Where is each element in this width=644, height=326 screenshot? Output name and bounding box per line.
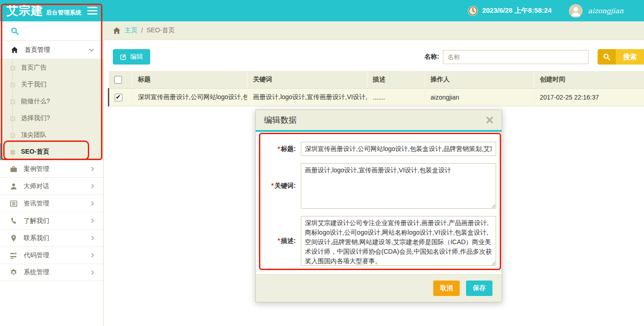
save-button[interactable]: 保存 xyxy=(466,281,492,296)
select-all-checkbox[interactable] xyxy=(114,76,122,84)
description-field-textarea[interactable]: 深圳艾宗建设计公司专注企业宣传册设计,画册设计,产品画册设计,商标logo设计,… xyxy=(301,216,496,266)
table-row[interactable]: 深圳宣传画册设计,公司网站logo设计,包装... 画册设计,logo设计,宣传… xyxy=(109,89,644,106)
column-header-operator: 操作人 xyxy=(425,71,534,89)
phone-icon xyxy=(10,217,17,225)
sidebar-submenu: 首页广告 关于我们 能做什么? 选择我们? 顶尖团队 SEO-首页 xyxy=(0,59,103,160)
form-row-description: *描述: 深圳艾宗建设计公司专注企业宣传册设计,画册设计,产品画册设计,商标lo… xyxy=(260,216,496,266)
required-mark: * xyxy=(278,237,280,244)
sidebar-item-why-us[interactable]: 选择我们? xyxy=(0,110,103,126)
briefcase-icon xyxy=(10,166,17,173)
column-header-created: 创建时间 xyxy=(534,71,644,89)
cell-keywords: 画册设计,logo设计,宣传画册设计,VI设计,包... xyxy=(248,89,367,106)
sidebar-item-label: 大师对话 xyxy=(24,182,49,191)
tasks-icon xyxy=(10,252,17,259)
table-header-row: 标题 关键词 描述 操作人 创建时间 xyxy=(109,71,644,89)
chevron-right-icon xyxy=(90,270,95,275)
sidebar-item-what-we-do[interactable]: 能做什么? xyxy=(0,93,103,110)
sidebar-item-news-manage[interactable]: 资讯管理 xyxy=(0,195,103,212)
cell-created: 2017-02-25 22:16:37 xyxy=(534,89,644,106)
sidebar-item-about-us[interactable]: 关于我们 xyxy=(0,76,103,93)
submenu-label: 首页广告 xyxy=(21,64,46,72)
edit-pencil-icon xyxy=(120,54,127,60)
home-icon xyxy=(11,46,18,54)
sidebar-item-label: 案例管理 xyxy=(24,165,49,173)
sidebar: 首页管理 首页广告 关于我们 能做什么? 选择我们? 顶尖团队 SEO-首页 案… xyxy=(0,21,104,326)
name-search-input[interactable] xyxy=(443,50,588,64)
username[interactable]: aizongjian xyxy=(588,7,624,15)
sidebar-item-label: 联系我们 xyxy=(24,234,49,242)
breadcrumb-home-link[interactable]: 主页 xyxy=(125,26,137,35)
topbar: 艾宗建 后台管理系统 2023/6/28 上午8:58:24 aizongjia… xyxy=(0,0,644,21)
submenu-label: 能做什么? xyxy=(21,97,50,105)
clock-icon xyxy=(467,5,478,16)
submenu-label: 关于我们 xyxy=(21,80,46,89)
edit-button[interactable]: 编辑 xyxy=(113,49,150,65)
name-label: 名称: xyxy=(424,53,439,61)
sidebar-item-label: 了解我们 xyxy=(24,217,49,225)
chevron-down-icon xyxy=(89,47,94,53)
chevron-right-icon xyxy=(90,236,95,241)
brand-subtitle: 后台管理系统 xyxy=(46,9,81,17)
sidebar-search[interactable] xyxy=(0,21,103,41)
chevron-right-icon xyxy=(90,201,95,206)
topbar-right: 2023/6/28 上午8:58:24 aizongjian xyxy=(467,4,644,18)
sidebar-item-know-us[interactable]: 了解我们 xyxy=(0,212,103,229)
modal-header: 编辑数据 xyxy=(256,110,502,130)
search-button-label: 搜索 xyxy=(616,49,644,65)
sidebar-item-seo-home[interactable]: SEO-首页 xyxy=(0,143,103,160)
breadcrumb-current: SEO-首页 xyxy=(147,26,175,35)
close-icon[interactable] xyxy=(486,116,493,124)
submenu-label: 选择我们? xyxy=(21,114,50,122)
column-header-title: 标题 xyxy=(132,71,248,89)
title-field-input[interactable] xyxy=(301,142,496,156)
sidebar-item-home-ads[interactable]: 首页广告 xyxy=(0,59,103,76)
avatar[interactable] xyxy=(569,4,583,18)
datetime: 2023/6/28 上午8:58:24 xyxy=(482,6,552,15)
user-icon xyxy=(10,183,17,190)
title-field-label: *标题: xyxy=(260,145,296,153)
sidebar-item-case-manage[interactable]: 案例管理 xyxy=(0,160,103,177)
toolbar: 编辑 名称: 搜索 xyxy=(104,49,644,65)
required-mark: * xyxy=(271,182,274,189)
data-table: 标题 关键词 描述 操作人 创建时间 深圳宣传画册设计,公司网站logo设计,包… xyxy=(108,71,644,106)
brand-title: 艾宗建 xyxy=(6,3,43,19)
home-icon xyxy=(113,27,121,35)
search-group: 名称: 搜索 xyxy=(424,49,644,65)
keywords-field-textarea[interactable]: 画册设计,logo设计,宣传画册设计,VI设计,包装盒设计 xyxy=(301,163,496,209)
gear-icon xyxy=(10,269,17,276)
cell-description: ....... xyxy=(367,89,425,106)
column-header-description: 描述 xyxy=(367,71,425,89)
cancel-button[interactable]: 取消 xyxy=(433,281,460,296)
chevron-right-icon xyxy=(90,184,95,189)
sidebar-item-master-dialog[interactable]: 大师对话 xyxy=(0,177,103,195)
description-field-label: *描述: xyxy=(260,237,296,245)
hamburger-menu-icon[interactable] xyxy=(87,7,97,15)
edit-button-label: 编辑 xyxy=(130,53,143,61)
edit-data-modal: 编辑数据 *标题: *关键词: 画册设计,logo设计,宣传画册设计,VI设计,… xyxy=(255,110,502,302)
row-checkbox[interactable] xyxy=(115,94,122,101)
list-icon xyxy=(10,200,17,207)
keywords-field-label: *关键词: xyxy=(260,182,296,190)
sidebar-item-system-manage[interactable]: 系统管理 xyxy=(0,264,103,281)
sidebar-item-code-manage[interactable]: 代码管理 xyxy=(0,246,103,264)
modal-footer: 取消 保存 xyxy=(256,274,502,302)
brand: 艾宗建 后台管理系统 xyxy=(0,0,104,21)
form-row-keywords: *关键词: 画册设计,logo设计,宣传画册设计,VI设计,包装盒设计 xyxy=(260,163,496,209)
search-icon xyxy=(598,49,616,65)
sidebar-item-label: 首页管理 xyxy=(25,46,50,54)
sidebar-item-home-manage[interactable]: 首页管理 xyxy=(0,41,103,59)
sidebar-item-label: 代码管理 xyxy=(24,251,49,260)
chevron-right-icon xyxy=(90,166,95,171)
search-button[interactable]: 搜索 xyxy=(598,49,644,65)
sidebar-item-top-team[interactable]: 顶尖团队 xyxy=(0,126,103,143)
sidebar-item-label: 资讯管理 xyxy=(24,200,49,208)
breadcrumb-separator: / xyxy=(141,27,143,34)
sidebar-item-contact-us[interactable]: 联系我们 xyxy=(0,229,103,246)
modal-form: *标题: *关键词: 画册设计,logo设计,宣传画册设计,VI设计,包装盒设计… xyxy=(256,132,502,274)
search-icon xyxy=(11,27,19,35)
column-header-keywords: 关键词 xyxy=(248,71,367,89)
cell-title: 深圳宣传画册设计,公司网站logo设计,包装... xyxy=(132,89,248,106)
map-marker-icon xyxy=(10,235,17,242)
breadcrumb: 主页 / SEO-首页 xyxy=(104,21,644,40)
sidebar-item-label: 系统管理 xyxy=(24,268,49,276)
